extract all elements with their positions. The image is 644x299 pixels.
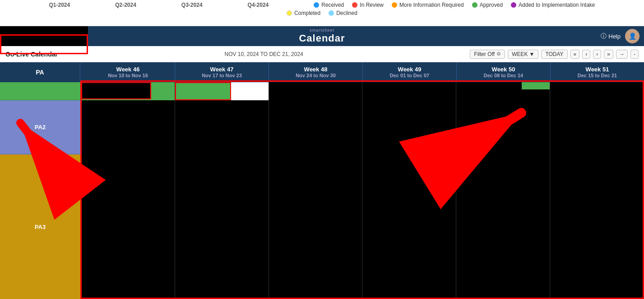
legend-impl-intake: Added to Implementation Intake	[511, 2, 595, 8]
approved-dot	[472, 2, 477, 8]
filter-off-label: Filter Off	[474, 51, 495, 57]
q4-label: Q4-2024	[248, 2, 269, 8]
x-axis-row: Q1-2024 Q2-2024 Q3-2024 Q4-2024 Received…	[49, 2, 595, 8]
week-50-green-bar	[522, 82, 550, 89]
week-49-dates: Dec 01 to Dec 07	[390, 73, 429, 78]
pa-row-3: PA3	[0, 154, 80, 299]
week-48-num: Week 48	[304, 66, 328, 73]
week-46-header: Week 46 Nov 10 to Nov 16	[81, 62, 175, 81]
week-50-num: Week 50	[492, 66, 515, 73]
week-47-content	[175, 82, 269, 299]
declined-label: Declined	[336, 10, 357, 16]
declined-dot	[329, 10, 334, 16]
week-48-content	[269, 82, 363, 299]
legend-row-1: Received In Review More Information Requ…	[314, 2, 595, 8]
more-info-label: More Information Required	[399, 2, 464, 8]
nav-last-button[interactable]: »	[604, 50, 613, 59]
legend-in-review: In Review	[352, 2, 384, 8]
week-49-header: Week 49 Dec 01 to Dec 07	[363, 62, 457, 81]
avatar-image: 👤	[629, 33, 636, 40]
nav-prev-button[interactable]: ‹	[582, 50, 590, 59]
help-button[interactable]: ⓘ Help	[601, 32, 621, 40]
week-50-dates: Dec 08 to Dec 14	[484, 73, 523, 78]
week-49-num: Week 49	[398, 66, 422, 73]
pa-rows: PA2 PA3	[0, 82, 80, 299]
pa2-label: PA2	[35, 124, 46, 131]
impl-intake-dot	[511, 2, 516, 8]
week-51-content	[550, 82, 644, 299]
pa-column: PA PA2 PA3	[0, 62, 81, 299]
nav-minus-button[interactable]: -	[630, 50, 639, 59]
calendar-toolbar: Go-Live Calendar NOV 10, 2024 TO DEC 21,…	[0, 46, 644, 62]
help-circle-icon: ⓘ	[601, 32, 607, 40]
in-review-label: In Review	[360, 2, 384, 8]
smartsheet-header: smartsheet Calendar ⓘ Help 👤	[0, 26, 644, 46]
week-47-num: Week 47	[210, 66, 234, 73]
pa-column-header: PA	[0, 62, 80, 82]
week-47-header: Week 47 Nov 17 to Nov 23	[175, 62, 269, 81]
date-range: NOV 10, 2024 TO DEC 21, 2024	[224, 51, 303, 57]
ss-logo-big: Calendar	[299, 33, 345, 44]
chevron-down-icon: ▼	[529, 51, 534, 57]
week-48-dates: Nov 24 to Nov 30	[296, 73, 336, 78]
week-50-content	[456, 82, 550, 299]
received-label: Received	[321, 2, 344, 8]
calendar-title: Go-Live Calendar	[5, 51, 58, 58]
filter-button[interactable]: Filter Off ⚙	[470, 50, 505, 59]
nav-first-button[interactable]: «	[570, 50, 580, 59]
logo-redacted-box	[0, 26, 88, 46]
pa-row-1	[0, 82, 80, 100]
week-46-black-box	[81, 82, 151, 99]
ss-logo-area: smartsheet Calendar	[299, 28, 345, 44]
q3-label: Q3-2024	[181, 2, 203, 8]
received-dot	[314, 2, 319, 8]
q2-label: Q2-2024	[115, 2, 136, 8]
impl-intake-label: Added to Implementation Intake	[519, 2, 595, 8]
week-48-header: Week 48 Nov 24 to Nov 30	[269, 62, 363, 81]
filter-icon: ⚙	[496, 51, 501, 57]
legend-completed: Completed	[287, 10, 320, 16]
legend-row-2: Completed Declined	[287, 10, 357, 16]
approved-label: Approved	[480, 2, 503, 8]
calendar-controls: Filter Off ⚙ WEEK ▼ TODAY « ‹ › » → -	[470, 50, 639, 59]
pa-row-2: PA2	[0, 100, 80, 154]
week-47-green-bar	[175, 82, 231, 100]
nav-forward-button[interactable]: →	[616, 50, 628, 59]
week-51-header: Week 51 Dec 15 to Dec 21	[551, 62, 644, 81]
completed-label: Completed	[294, 10, 320, 16]
legend-received: Received	[314, 2, 344, 8]
week-46-content	[81, 82, 175, 299]
completed-dot	[287, 10, 292, 16]
week-46-dates: Nov 10 to Nov 16	[108, 73, 148, 78]
weeks-area: Week 46 Nov 10 to Nov 16 Week 47 Nov 17 …	[81, 62, 644, 299]
week-label: WEEK	[512, 51, 528, 57]
ss-logo-small: smartsheet	[310, 28, 334, 33]
legend-bar: Q1-2024 Q2-2024 Q3-2024 Q4-2024 Received…	[0, 0, 644, 26]
today-label: TODAY	[545, 51, 563, 57]
week-51-num: Week 51	[586, 66, 609, 73]
pa3-label: PA3	[35, 224, 46, 230]
more-info-dot	[392, 2, 397, 8]
week-51-dates: Dec 15 to Dec 21	[578, 73, 617, 78]
legend-declined: Declined	[329, 10, 357, 16]
nav-next-button[interactable]: ›	[593, 50, 601, 59]
week-47-dates: Nov 17 to Nov 23	[202, 73, 242, 78]
avatar[interactable]: 👤	[625, 29, 639, 43]
week-49-content	[362, 82, 456, 299]
weeks-content	[81, 82, 644, 299]
week-dropdown[interactable]: WEEK ▼	[508, 50, 538, 59]
week-46-num: Week 46	[116, 66, 140, 73]
q1-label: Q1-2024	[49, 2, 70, 8]
weeks-header: Week 46 Nov 10 to Nov 16 Week 47 Nov 17 …	[81, 62, 644, 82]
in-review-dot	[352, 2, 357, 8]
help-label: Help	[608, 33, 621, 40]
today-button[interactable]: TODAY	[541, 50, 567, 59]
legend-more-info: More Information Required	[392, 2, 464, 8]
week-47-white-bar	[231, 82, 269, 100]
legend-approved: Approved	[472, 2, 503, 8]
calendar-grid: PA PA2 PA3 Week 46 Nov 10 to Nov 16	[0, 62, 644, 299]
week-50-header: Week 50 Dec 08 to Dec 14	[457, 62, 551, 81]
